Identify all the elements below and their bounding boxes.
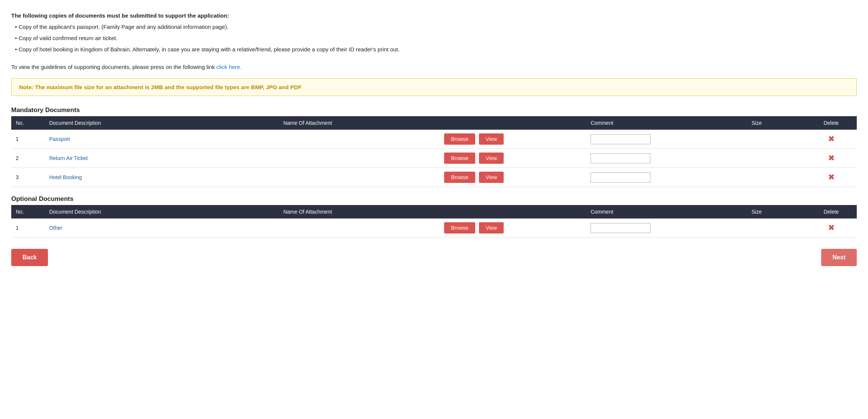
mandatory-row-desc: Passport: [45, 130, 279, 149]
optional-table: No. Document Description Name Of Attachm…: [11, 205, 857, 238]
intro-title: The following copies of documents must b…: [11, 11, 857, 20]
mandatory-col-desc: Document Description: [45, 116, 279, 130]
mandatory-row-3: 3 Hotel Booking Browse View ✖: [11, 168, 857, 187]
mandatory-row-size: [747, 149, 805, 168]
optional-col-attach: Name Of Attachment: [279, 205, 440, 218]
mandatory-row-size: [747, 130, 805, 149]
mandatory-row-comment: [586, 168, 747, 187]
optional-row-comment: [586, 218, 747, 238]
mandatory-doc-link[interactable]: Hotel Booking: [49, 174, 82, 180]
mandatory-row-actions: Browse View: [440, 149, 586, 168]
view-button[interactable]: View: [479, 222, 504, 233]
optional-col-comment: Comment: [586, 205, 747, 218]
mandatory-row-actions: Browse View: [440, 168, 586, 187]
optional-col-no: No.: [11, 205, 45, 218]
mandatory-row-no: 3: [11, 168, 45, 187]
mandatory-row-size: [747, 168, 805, 187]
mandatory-row-comment: [586, 130, 747, 149]
mandatory-row-attach: [279, 149, 440, 168]
optional-row-size: [747, 218, 805, 238]
optional-row-no: 1: [11, 218, 45, 238]
comment-input[interactable]: [591, 172, 650, 183]
mandatory-row-delete: ✖: [805, 168, 857, 187]
guidelines-link[interactable]: click here.: [216, 64, 242, 70]
mandatory-row-attach: [279, 168, 440, 187]
bullet-3: • Copy of hotel booking in Kingdom of Ba…: [15, 45, 857, 54]
mandatory-row-attach: [279, 130, 440, 149]
optional-col-actions: [440, 205, 586, 218]
browse-button[interactable]: Browse: [444, 172, 475, 183]
mandatory-col-attach: Name Of Attachment: [279, 116, 440, 130]
mandatory-row-desc: Return Air Ticket: [45, 149, 279, 168]
mandatory-doc-link[interactable]: Return Air Ticket: [49, 155, 88, 161]
browse-button[interactable]: Browse: [444, 133, 475, 145]
optional-col-delete: Delete: [805, 205, 857, 218]
optional-row-delete: ✖: [805, 218, 857, 238]
optional-section-title: Optional Documents: [11, 195, 857, 203]
bullet-1: • Copy of the applicant's passport. (Fam…: [15, 22, 857, 31]
mandatory-col-comment: Comment: [586, 116, 747, 130]
next-button[interactable]: Next: [821, 249, 857, 266]
delete-icon[interactable]: ✖: [828, 172, 835, 182]
mandatory-col-actions: [440, 116, 586, 130]
mandatory-row-desc: Hotel Booking: [45, 168, 279, 187]
optional-row-1: 1 Other Browse View ✖: [11, 218, 857, 238]
mandatory-row-no: 1: [11, 130, 45, 149]
mandatory-row-delete: ✖: [805, 130, 857, 149]
optional-row-attach: [279, 218, 440, 238]
optional-row-desc: Other: [45, 218, 279, 238]
back-button[interactable]: Back: [11, 249, 48, 266]
mandatory-col-no: No.: [11, 116, 45, 130]
optional-col-desc: Document Description: [45, 205, 279, 218]
mandatory-table: No. Document Description Name Of Attachm…: [11, 116, 857, 187]
comment-input[interactable]: [591, 223, 650, 233]
mandatory-col-size: Size: [747, 116, 805, 130]
optional-col-size: Size: [747, 205, 805, 218]
mandatory-section-title: Mandatory Documents: [11, 106, 857, 114]
mandatory-col-delete: Delete: [805, 116, 857, 130]
guidelines-text: To view the guidelines of supporting doc…: [11, 63, 857, 72]
mandatory-row-actions: Browse View: [440, 130, 586, 149]
mandatory-row-2: 2 Return Air Ticket Browse View ✖: [11, 149, 857, 168]
delete-icon[interactable]: ✖: [828, 134, 835, 144]
mandatory-row-no: 2: [11, 149, 45, 168]
view-button[interactable]: View: [479, 133, 504, 145]
mandatory-row-comment: [586, 149, 747, 168]
mandatory-row-1: 1 Passport Browse View ✖: [11, 130, 857, 149]
optional-row-actions: Browse View: [440, 218, 586, 238]
comment-input[interactable]: [591, 153, 650, 163]
view-button[interactable]: View: [479, 153, 504, 164]
delete-icon[interactable]: ✖: [828, 153, 835, 163]
delete-icon[interactable]: ✖: [828, 223, 835, 233]
intro-section: The following copies of documents must b…: [11, 11, 857, 72]
mandatory-row-delete: ✖: [805, 149, 857, 168]
browse-button[interactable]: Browse: [444, 153, 475, 164]
bullet-2: • Copy of valid confirmed return air tic…: [15, 34, 857, 43]
comment-input[interactable]: [591, 134, 650, 144]
note-box: Note: The maximum file size for an attac…: [11, 78, 857, 96]
note-text: Note: The maximum file size for an attac…: [19, 84, 301, 90]
view-button[interactable]: View: [479, 172, 504, 183]
mandatory-doc-link[interactable]: Passport: [49, 136, 70, 142]
browse-button[interactable]: Browse: [444, 222, 475, 233]
optional-doc-link[interactable]: Other: [49, 225, 62, 231]
footer-bar: Back Next: [11, 249, 857, 266]
